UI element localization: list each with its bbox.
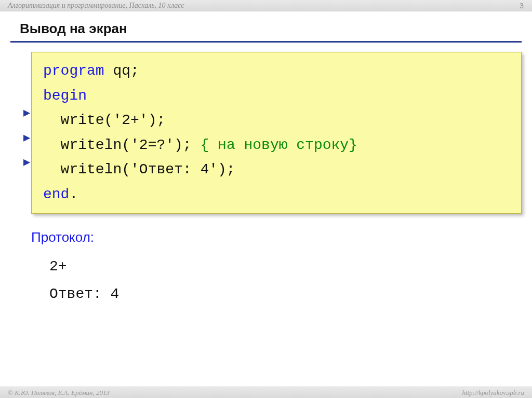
output-block: 2+ Ответ: 4 xyxy=(49,253,532,308)
output-line-2: Ответ: 4 xyxy=(49,280,532,308)
code-text: . xyxy=(69,186,78,202)
footer-band: © К.Ю. Поляков, Е.А. Ерёмин, 2013 http:/… xyxy=(0,387,532,398)
header-band: Алгоритмизация и программирование, Паска… xyxy=(0,0,532,11)
code-text: ('2=?'); xyxy=(122,137,200,153)
code-text: ('Ответ: 4'); xyxy=(122,161,235,177)
code-block: program qq; begin ▶ write('2+'); ▶ write… xyxy=(31,52,522,214)
code-text: write xyxy=(43,161,104,177)
code-line-3: ▶ write('2+'); xyxy=(43,108,521,133)
code-line-4: ▶ writeln('2=?'); { на новую строку} xyxy=(43,133,521,158)
arrow-icon: ▶ xyxy=(23,108,30,119)
code-line-6: end. xyxy=(43,182,521,207)
code-comment: { на новую строку} xyxy=(200,137,357,153)
code-text: write('2+'); xyxy=(43,112,165,128)
arrow-icon: ▶ xyxy=(23,133,30,144)
code-line-5: ▶ writeln('Ответ: 4'); xyxy=(43,157,521,182)
code-text: write xyxy=(43,137,104,153)
keyword-end: end xyxy=(43,186,69,202)
code-line-2: begin xyxy=(43,84,521,108)
breadcrumb: Алгоритмизация и программирование, Паска… xyxy=(8,2,184,10)
keyword-program: program xyxy=(43,63,104,79)
slide-title: Вывод на экран xyxy=(0,11,532,41)
code-line-1: program qq; xyxy=(43,59,521,84)
keyword-begin: begin xyxy=(43,88,87,104)
code-text: qq; xyxy=(104,63,139,79)
output-line-1: 2+ xyxy=(49,253,532,280)
title-underline xyxy=(10,41,522,43)
footer-copyright: © К.Ю. Поляков, Е.А. Ерёмин, 2013 xyxy=(8,389,110,397)
arrow-icon: ▶ xyxy=(23,157,30,169)
page-number: 3 xyxy=(520,2,525,10)
footer-url: http://kpolyakov.spb.ru xyxy=(462,389,524,397)
protocol-label: Протокол: xyxy=(31,229,532,245)
code-text: ln xyxy=(104,161,122,177)
code-text: ln xyxy=(104,137,122,153)
